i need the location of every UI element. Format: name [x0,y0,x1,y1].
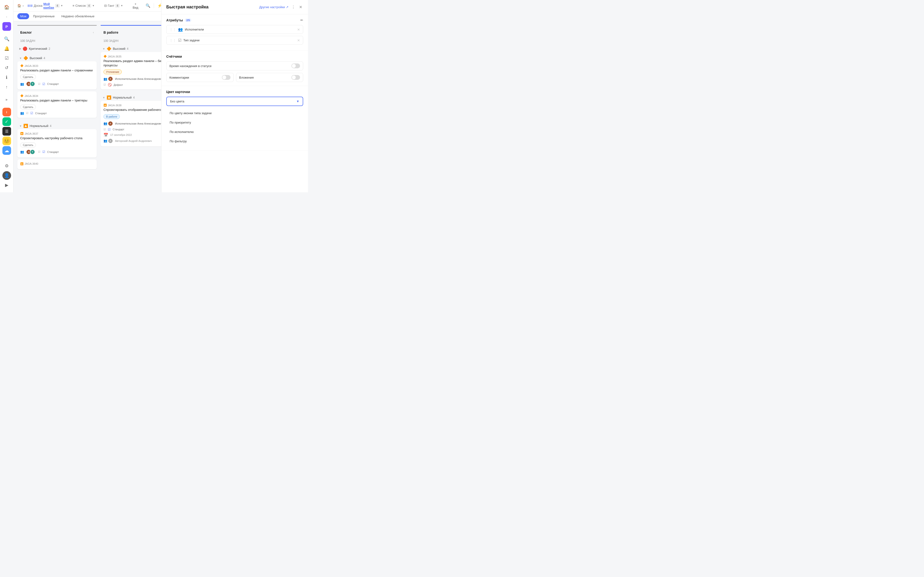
sidebar-icon-i[interactable]: i [2,108,11,116]
task-title-3633: Реализовать раздел админ панели – справо… [20,68,94,73]
counter-status-time: Время нахождения в статусе [166,61,303,71]
sidebar-icon-tasks[interactable]: ☑ [2,54,11,63]
normal-count: 4 [50,124,52,128]
other-settings-link[interactable]: Другие настройки ↗ [259,5,289,9]
color-option-0[interactable]: По цвету иконки типа задачи [166,109,303,117]
high-inwork-icon: 🔶 [107,47,111,51]
sidebar-icon-up[interactable]: ↑ [2,83,11,91]
task-status-3637[interactable]: Сделать [20,143,94,149]
counters-grid: Время нахождения в статусе Комментарии В… [166,61,303,82]
gantt-chevron: ▼ [121,4,123,7]
avatar-author-3638: А [108,138,113,143]
list-tab[interactable]: ≡ Список 4 ▼ [71,3,97,9]
drag-handle-tasktype[interactable]: ⋮⋮ [170,39,176,42]
assignees-icon-3638: 👥 [103,122,107,125]
task-meta-3638: 👥 А Исполнительская Анна Александровна [103,121,161,126]
task-jaga-3633[interactable]: 🔶 JAGA-3633 Реализовать раздел админ пан… [17,61,97,89]
high-inwork-chevron: ▼ [102,47,105,50]
task-id-3640: 🔼 JAGA-3640 [20,162,94,165]
tasktype-attr-remove[interactable]: ✕ [297,39,300,42]
priority-normal-header[interactable]: ▼ 🔼 Нормальный 4 [17,122,97,129]
sidebar-icon-nav-right[interactable]: ▶ [2,95,11,104]
priority-high-inwork-header[interactable]: ▼ 🔶 Высокий 4 [100,45,161,52]
assignees-attr-remove[interactable]: ✕ [297,27,300,32]
attr-row-assignees: ⋮⋮ 👥 Исполнители ✕ [166,25,303,34]
sidebar-icon-bell[interactable]: 🔔 [2,44,11,53]
kanban-badge: 4 [55,4,60,8]
sidebar-icon-p[interactable]: P [2,22,11,31]
task-type-3635: Дефект [113,84,123,86]
add-view-button[interactable]: + Вид [131,1,140,10]
avatar-t-3637: T [30,149,35,155]
color-option-3[interactable]: По фильтру [166,137,303,145]
board-tab[interactable]: ⊞⊞ Доска Мой канбан 4 ▼ [26,1,65,10]
counter-comments-toggle[interactable] [222,75,231,80]
sidebar-icon-search[interactable]: 🔍 [2,35,11,43]
attributes-badge: 2/5 [185,19,191,22]
type-icon-3637: ☑ [38,150,40,153]
inwork-count: 100 ЗАДАЧ [100,38,161,44]
search-button[interactable]: 🔍 [144,2,152,10]
panel-more-button[interactable]: ⋮ [291,4,296,10]
task-status-3638[interactable]: В работе [103,114,161,121]
tasktype-attr-label: Тип задачи [183,39,295,42]
assignees-icon2-3638: 👥 [103,139,107,143]
task-jaga-3634[interactable]: 🔶 JAGA-3634 Реализовать раздел админ пан… [17,91,97,118]
sidebar-icon-smile[interactable]: 😊 [2,137,11,145]
normal-inwork-count: 4 [133,96,135,99]
sidebar-icon-green[interactable]: ✓ [2,117,11,126]
sidebar-icon-cloud[interactable]: ☁ [2,146,11,155]
gantt-tab[interactable]: ⊟ Гант 4 ▼ [102,3,125,9]
card-color-dropdown[interactable]: Без цвета ▼ [166,97,303,106]
counter-attachments-toggle[interactable] [291,75,300,80]
drag-handle-assignees[interactable]: ⋮⋮ [170,27,176,32]
task-author-meta-3638: 👥 А Авторский Андрей Андреевич [103,138,161,143]
task-type-3633: Стандарт [47,82,59,85]
board-area: Бэклог ‹ 100 ЗАДАЧ ▶ 🔴 Критический 2 ▼ 🔶… [13,21,161,192]
sidebar-icon-arrow-right[interactable]: ▶ [2,181,11,189]
task-status-3633[interactable]: Сделать [20,74,94,81]
task-id-3634: 🔶 JAGA-3634 [20,94,94,97]
sidebar-icon-list[interactable]: ☰ [2,127,11,135]
critical-count: 2 [48,47,50,50]
counter-attachments-label: Вложения [239,76,254,79]
task-meta-3635: 👥 А Исполнительская Анна Александровна [103,76,161,82]
sidebar-icon-info[interactable]: ℹ [2,73,11,82]
task-author-3638: Авторский Андрей Андреевич [115,139,152,142]
task-status-3635[interactable]: Уточнение [103,69,161,76]
sidebar-icon-avatar[interactable]: 👤 [2,171,11,180]
filter-tab-recent[interactable]: Недавно обновлённые [58,13,97,19]
counter-status-time-toggle[interactable] [291,63,300,68]
assignees-icon-3633: 👥 [20,82,24,86]
task-jaga-3638[interactable]: 🔼 JAGA-3638 Спроектировать отображение р… [100,101,161,146]
priority-critical-header[interactable]: ▶ 🔴 Критический 2 [17,45,97,52]
home-icon[interactable]: 🏠 [17,4,21,8]
task-id-3635: 🔶 JAGA-3635 [103,55,161,58]
high-inwork-count: 4 [127,47,129,50]
backlog-collapse[interactable]: ‹ [93,31,94,34]
task-status-3634[interactable]: Сделать [20,105,94,111]
task-jaga-3635[interactable]: 🔶 JAGA-3635 Реализовать раздел админ пан… [100,52,161,89]
filter-tab-mine[interactable]: Мои [17,13,29,19]
color-option-1[interactable]: По приоритету [166,118,303,127]
priority-normal-inwork-header[interactable]: ▼ 🔼 Нормальный 4 [100,94,161,101]
type-icon-3635: ☑ [103,83,106,86]
panel-close-button[interactable]: ✕ [298,4,303,10]
sidebar-icon-settings-bottom[interactable]: ⚙ [2,161,11,170]
backlog-title: Бэклог [20,31,91,34]
task-id-3637: 🔼 JAGA-3637 [20,132,94,135]
filter-tab-overdue[interactable]: Просроченные [30,13,57,19]
gantt-label: Гант [108,4,114,8]
sidebar-icon-expand[interactable]: › [2,13,11,21]
task-meta-3634: 👥 ☑ ☑ Стандарт [20,111,94,115]
filter-button[interactable]: ⚡ [156,2,161,10]
task-type-icon-3637: ☑ [42,150,45,154]
sidebar-icon-home[interactable]: 🏠 [2,3,11,11]
task-jaga-3637[interactable]: 🔼 JAGA-3637 Спроектировать настройку раб… [17,129,97,157]
color-option-2[interactable]: По исполнителю [166,128,303,136]
attributes-edit-icon[interactable]: ✏ [300,18,303,22]
task-jaga-3640[interactable]: 🔼 JAGA-3640 [17,160,97,169]
sidebar-icon-history[interactable]: ↺ [2,63,11,72]
attr-row-tasktype: ⋮⋮ ☑ Тип задачи ✕ [166,36,303,45]
priority-high-header[interactable]: ▼ 🔶 Высокий 4 [17,55,97,61]
